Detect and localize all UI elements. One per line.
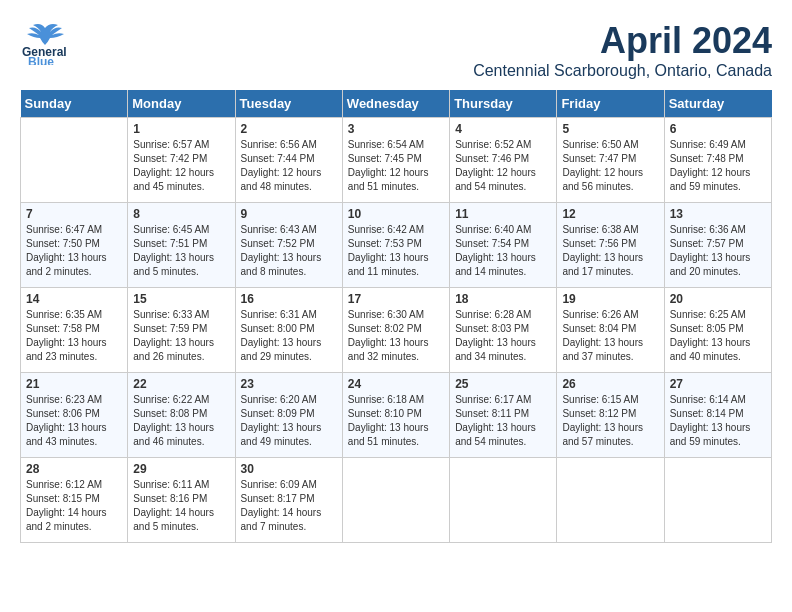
day-number: 4	[455, 122, 551, 136]
day-info: Sunrise: 6:18 AM Sunset: 8:10 PM Dayligh…	[348, 393, 444, 449]
calendar-cell: 27Sunrise: 6:14 AM Sunset: 8:14 PM Dayli…	[664, 373, 771, 458]
calendar-cell: 1Sunrise: 6:57 AM Sunset: 7:42 PM Daylig…	[128, 118, 235, 203]
calendar-cell: 19Sunrise: 6:26 AM Sunset: 8:04 PM Dayli…	[557, 288, 664, 373]
calendar-cell: 12Sunrise: 6:38 AM Sunset: 7:56 PM Dayli…	[557, 203, 664, 288]
calendar-cell: 24Sunrise: 6:18 AM Sunset: 8:10 PM Dayli…	[342, 373, 449, 458]
calendar-cell: 13Sunrise: 6:36 AM Sunset: 7:57 PM Dayli…	[664, 203, 771, 288]
day-number: 10	[348, 207, 444, 221]
day-info: Sunrise: 6:45 AM Sunset: 7:51 PM Dayligh…	[133, 223, 229, 279]
day-number: 8	[133, 207, 229, 221]
day-info: Sunrise: 6:57 AM Sunset: 7:42 PM Dayligh…	[133, 138, 229, 194]
calendar-table: Sunday Monday Tuesday Wednesday Thursday…	[20, 90, 772, 543]
col-friday: Friday	[557, 90, 664, 118]
day-info: Sunrise: 6:30 AM Sunset: 8:02 PM Dayligh…	[348, 308, 444, 364]
title-section: April 2024 Centennial Scarborough, Ontar…	[473, 20, 772, 80]
day-info: Sunrise: 6:40 AM Sunset: 7:54 PM Dayligh…	[455, 223, 551, 279]
calendar-cell: 26Sunrise: 6:15 AM Sunset: 8:12 PM Dayli…	[557, 373, 664, 458]
day-number: 22	[133, 377, 229, 391]
calendar-cell: 30Sunrise: 6:09 AM Sunset: 8:17 PM Dayli…	[235, 458, 342, 543]
day-info: Sunrise: 6:20 AM Sunset: 8:09 PM Dayligh…	[241, 393, 337, 449]
day-number: 1	[133, 122, 229, 136]
week-row-2: 7Sunrise: 6:47 AM Sunset: 7:50 PM Daylig…	[21, 203, 772, 288]
page-header: General Blue April 2024 Centennial Scarb…	[20, 20, 772, 80]
day-number: 11	[455, 207, 551, 221]
calendar-cell: 20Sunrise: 6:25 AM Sunset: 8:05 PM Dayli…	[664, 288, 771, 373]
day-number: 9	[241, 207, 337, 221]
day-info: Sunrise: 6:33 AM Sunset: 7:59 PM Dayligh…	[133, 308, 229, 364]
calendar-cell: 5Sunrise: 6:50 AM Sunset: 7:47 PM Daylig…	[557, 118, 664, 203]
calendar-cell	[450, 458, 557, 543]
calendar-cell: 2Sunrise: 6:56 AM Sunset: 7:44 PM Daylig…	[235, 118, 342, 203]
calendar-cell: 16Sunrise: 6:31 AM Sunset: 8:00 PM Dayli…	[235, 288, 342, 373]
col-saturday: Saturday	[664, 90, 771, 118]
week-row-4: 21Sunrise: 6:23 AM Sunset: 8:06 PM Dayli…	[21, 373, 772, 458]
day-info: Sunrise: 6:38 AM Sunset: 7:56 PM Dayligh…	[562, 223, 658, 279]
calendar-cell	[557, 458, 664, 543]
calendar-cell: 18Sunrise: 6:28 AM Sunset: 8:03 PM Dayli…	[450, 288, 557, 373]
day-info: Sunrise: 6:49 AM Sunset: 7:48 PM Dayligh…	[670, 138, 766, 194]
calendar-cell: 14Sunrise: 6:35 AM Sunset: 7:58 PM Dayli…	[21, 288, 128, 373]
day-number: 18	[455, 292, 551, 306]
day-info: Sunrise: 6:25 AM Sunset: 8:05 PM Dayligh…	[670, 308, 766, 364]
day-number: 25	[455, 377, 551, 391]
calendar-cell: 28Sunrise: 6:12 AM Sunset: 8:15 PM Dayli…	[21, 458, 128, 543]
col-monday: Monday	[128, 90, 235, 118]
day-number: 15	[133, 292, 229, 306]
day-info: Sunrise: 6:14 AM Sunset: 8:14 PM Dayligh…	[670, 393, 766, 449]
calendar-cell	[342, 458, 449, 543]
logo-icon: General Blue	[20, 20, 70, 65]
calendar-cell: 7Sunrise: 6:47 AM Sunset: 7:50 PM Daylig…	[21, 203, 128, 288]
day-number: 12	[562, 207, 658, 221]
day-info: Sunrise: 6:47 AM Sunset: 7:50 PM Dayligh…	[26, 223, 122, 279]
calendar-cell: 4Sunrise: 6:52 AM Sunset: 7:46 PM Daylig…	[450, 118, 557, 203]
calendar-cell: 6Sunrise: 6:49 AM Sunset: 7:48 PM Daylig…	[664, 118, 771, 203]
calendar-cell: 23Sunrise: 6:20 AM Sunset: 8:09 PM Dayli…	[235, 373, 342, 458]
day-number: 13	[670, 207, 766, 221]
calendar-cell: 25Sunrise: 6:17 AM Sunset: 8:11 PM Dayli…	[450, 373, 557, 458]
calendar-cell: 9Sunrise: 6:43 AM Sunset: 7:52 PM Daylig…	[235, 203, 342, 288]
day-info: Sunrise: 6:22 AM Sunset: 8:08 PM Dayligh…	[133, 393, 229, 449]
calendar-cell: 17Sunrise: 6:30 AM Sunset: 8:02 PM Dayli…	[342, 288, 449, 373]
col-thursday: Thursday	[450, 90, 557, 118]
calendar-cell: 22Sunrise: 6:22 AM Sunset: 8:08 PM Dayli…	[128, 373, 235, 458]
day-number: 7	[26, 207, 122, 221]
week-row-1: 1Sunrise: 6:57 AM Sunset: 7:42 PM Daylig…	[21, 118, 772, 203]
header-row: Sunday Monday Tuesday Wednesday Thursday…	[21, 90, 772, 118]
calendar-cell: 3Sunrise: 6:54 AM Sunset: 7:45 PM Daylig…	[342, 118, 449, 203]
logo: General Blue	[20, 20, 72, 65]
day-number: 6	[670, 122, 766, 136]
calendar-cell	[21, 118, 128, 203]
day-number: 27	[670, 377, 766, 391]
week-row-3: 14Sunrise: 6:35 AM Sunset: 7:58 PM Dayli…	[21, 288, 772, 373]
col-sunday: Sunday	[21, 90, 128, 118]
calendar-subtitle: Centennial Scarborough, Ontario, Canada	[473, 62, 772, 80]
day-number: 26	[562, 377, 658, 391]
calendar-cell	[664, 458, 771, 543]
day-number: 2	[241, 122, 337, 136]
day-info: Sunrise: 6:15 AM Sunset: 8:12 PM Dayligh…	[562, 393, 658, 449]
day-number: 5	[562, 122, 658, 136]
day-info: Sunrise: 6:28 AM Sunset: 8:03 PM Dayligh…	[455, 308, 551, 364]
day-info: Sunrise: 6:26 AM Sunset: 8:04 PM Dayligh…	[562, 308, 658, 364]
day-info: Sunrise: 6:50 AM Sunset: 7:47 PM Dayligh…	[562, 138, 658, 194]
day-number: 16	[241, 292, 337, 306]
day-number: 28	[26, 462, 122, 476]
day-number: 21	[26, 377, 122, 391]
day-info: Sunrise: 6:17 AM Sunset: 8:11 PM Dayligh…	[455, 393, 551, 449]
svg-text:Blue: Blue	[28, 55, 54, 65]
calendar-cell: 10Sunrise: 6:42 AM Sunset: 7:53 PM Dayli…	[342, 203, 449, 288]
week-row-5: 28Sunrise: 6:12 AM Sunset: 8:15 PM Dayli…	[21, 458, 772, 543]
calendar-cell: 15Sunrise: 6:33 AM Sunset: 7:59 PM Dayli…	[128, 288, 235, 373]
day-info: Sunrise: 6:35 AM Sunset: 7:58 PM Dayligh…	[26, 308, 122, 364]
calendar-cell: 11Sunrise: 6:40 AM Sunset: 7:54 PM Dayli…	[450, 203, 557, 288]
day-number: 14	[26, 292, 122, 306]
col-tuesday: Tuesday	[235, 90, 342, 118]
day-info: Sunrise: 6:12 AM Sunset: 8:15 PM Dayligh…	[26, 478, 122, 534]
day-number: 30	[241, 462, 337, 476]
day-number: 20	[670, 292, 766, 306]
day-number: 19	[562, 292, 658, 306]
day-info: Sunrise: 6:52 AM Sunset: 7:46 PM Dayligh…	[455, 138, 551, 194]
calendar-cell: 21Sunrise: 6:23 AM Sunset: 8:06 PM Dayli…	[21, 373, 128, 458]
day-number: 23	[241, 377, 337, 391]
calendar-cell: 29Sunrise: 6:11 AM Sunset: 8:16 PM Dayli…	[128, 458, 235, 543]
